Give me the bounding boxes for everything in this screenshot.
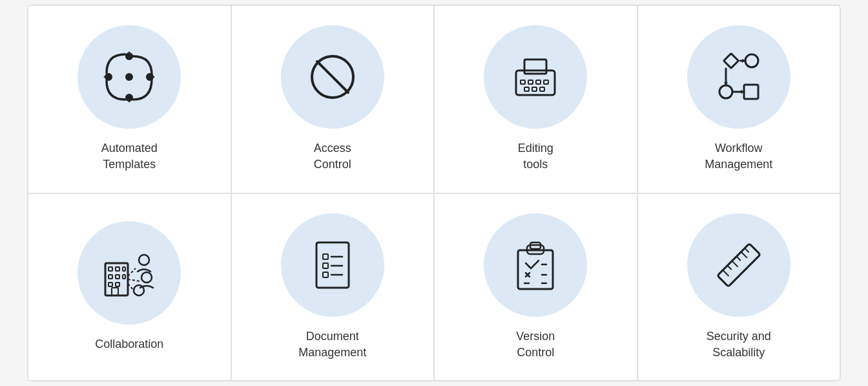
icon-circle-collaboration [78, 221, 181, 325]
cell-security-scalability: Security and Scalability [637, 193, 841, 381]
icon-circle-workflow [687, 25, 790, 129]
icon-circle-security [687, 213, 790, 317]
svg-rect-20 [723, 54, 738, 69]
svg-rect-19 [540, 87, 544, 91]
label-security-scalability: Security and Scalability [707, 328, 771, 361]
svg-line-67 [732, 261, 738, 266]
svg-rect-47 [323, 254, 328, 259]
svg-line-44 [128, 279, 140, 281]
svg-line-70 [745, 248, 749, 252]
svg-point-22 [719, 85, 732, 98]
svg-rect-35 [116, 275, 119, 279]
cell-access-control: Access Control [231, 5, 435, 193]
ruler-icon [710, 236, 768, 294]
cell-collaboration: Collaboration [28, 193, 231, 381]
svg-line-10 [317, 61, 348, 92]
svg-rect-16 [544, 80, 548, 84]
typewriter-icon [506, 48, 564, 106]
cycle-icon [100, 48, 158, 106]
svg-rect-64 [718, 243, 760, 286]
svg-point-41 [141, 272, 152, 283]
svg-rect-33 [123, 267, 125, 271]
icon-circle-editing [484, 25, 587, 129]
svg-rect-39 [112, 288, 118, 295]
label-version-control: Version Control [516, 328, 555, 361]
label-editing-tools: Editing tools [518, 140, 553, 173]
svg-rect-32 [116, 267, 119, 271]
svg-point-21 [745, 54, 758, 67]
svg-rect-38 [116, 283, 119, 286]
icon-circle-document [281, 213, 384, 317]
label-workflow-management: Workflow Management [705, 140, 772, 173]
block-icon [304, 48, 362, 106]
svg-line-66 [727, 265, 731, 269]
cell-automated-templates: Automated Templates [28, 5, 231, 193]
svg-line-69 [741, 252, 747, 257]
workflow-icon [710, 48, 768, 106]
cell-document-management: Document Management [231, 193, 435, 381]
cell-editing-tools: Editing tools [434, 5, 637, 193]
feature-grid: Automated Templates Access Control [27, 5, 841, 381]
svg-rect-49 [323, 263, 328, 268]
svg-line-65 [723, 270, 728, 275]
svg-rect-17 [524, 87, 529, 91]
svg-line-57 [531, 261, 539, 268]
svg-rect-53 [518, 250, 553, 289]
icon-circle-access [281, 25, 384, 129]
label-automated-templates: Automated Templates [101, 140, 158, 173]
svg-point-40 [139, 255, 149, 265]
svg-rect-23 [744, 85, 758, 99]
cell-version-control: Version Control [434, 193, 637, 381]
label-collaboration: Collaboration [95, 336, 163, 352]
svg-rect-14 [528, 80, 533, 84]
icon-circle-automated [78, 25, 181, 129]
label-document-management: Document Management [298, 328, 366, 361]
svg-point-42 [134, 285, 144, 295]
svg-point-0 [125, 73, 133, 81]
svg-line-56 [526, 263, 531, 268]
label-access-control: Access Control [314, 140, 351, 173]
svg-rect-34 [108, 275, 112, 279]
collaboration-icon [100, 244, 158, 302]
svg-rect-51 [323, 272, 328, 277]
svg-line-43 [128, 268, 136, 276]
svg-rect-13 [521, 80, 525, 84]
svg-rect-36 [123, 275, 125, 279]
svg-rect-12 [524, 59, 546, 74]
svg-rect-18 [532, 87, 537, 91]
clipboard-icon [506, 236, 564, 294]
document-icon [304, 236, 362, 294]
svg-line-68 [736, 256, 740, 260]
svg-rect-15 [536, 80, 541, 84]
cell-workflow-management: Workflow Management [637, 5, 841, 193]
svg-rect-31 [108, 267, 112, 271]
svg-rect-37 [108, 283, 112, 286]
icon-circle-version [484, 213, 587, 317]
